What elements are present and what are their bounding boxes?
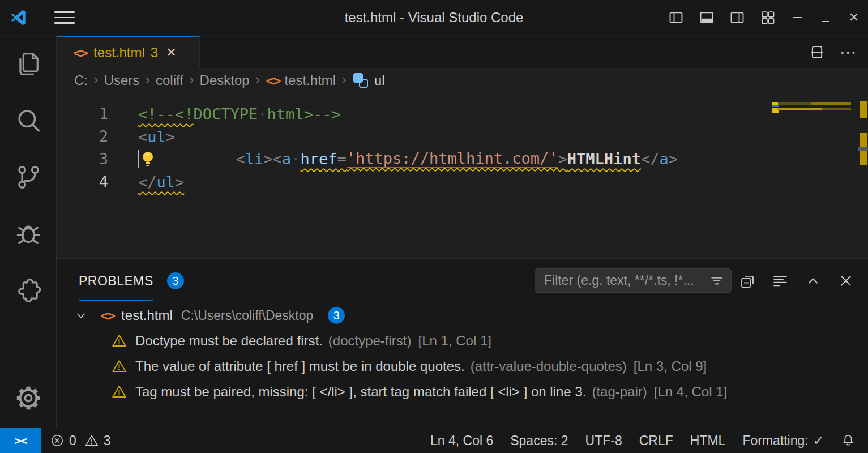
customize-layout-icon[interactable] — [752, 0, 783, 35]
problems-count-badge: 3 — [167, 272, 184, 289]
status-eol[interactable]: CRLF — [639, 433, 673, 448]
problem-location: [Ln 3, Col 9] — [634, 358, 707, 374]
view-as-list-icon[interactable] — [772, 272, 789, 289]
problem-location: [Ln 1, Col 1] — [418, 333, 491, 349]
problem-source: (tag-pair) — [592, 384, 647, 400]
problem-location: [Ln 4, Col 1] — [654, 384, 727, 400]
problems-filter-box[interactable] — [535, 268, 732, 293]
line-number: 3 — [57, 151, 108, 168]
error-count: 0 — [69, 433, 76, 448]
close-panel-icon[interactable] — [837, 272, 854, 289]
maximize-panel-icon[interactable] — [805, 272, 822, 289]
problems-file-row[interactable]: <> test.html C:\Users\coliff\Desktop 3 — [57, 303, 868, 328]
extensions-icon[interactable] — [0, 262, 57, 319]
problem-source: (doctype-first) — [328, 333, 412, 349]
breadcrumb: C: › Users › coliff › Desktop › <> test.… — [57, 68, 868, 93]
tab-strip: <> test.html 3 ✕ ⋯ — [57, 36, 868, 68]
link-underline: 'https://htmlhint.com/' — [347, 149, 558, 168]
warning-icon — [112, 333, 127, 348]
problems-panel: PROBLEMS 3 — [57, 258, 868, 428]
remote-indicator[interactable]: >< — [0, 428, 41, 453]
breadcrumb-separator: › — [255, 71, 260, 88]
tab-close-icon[interactable]: ✕ — [166, 45, 176, 60]
maximize-button[interactable] — [811, 0, 840, 35]
search-icon[interactable] — [0, 92, 57, 149]
html-file-icon: <> — [100, 309, 114, 323]
status-encoding[interactable]: UTF-8 — [585, 433, 622, 448]
overview-ruler[interactable] — [858, 93, 868, 258]
problems-summary[interactable]: 0 3 — [50, 433, 111, 448]
breadcrumb-separator: › — [93, 71, 99, 88]
problems-file-name: test.html — [121, 307, 173, 323]
breadcrumb-drive[interactable]: C: — [74, 72, 88, 88]
breadcrumb-separator: › — [341, 71, 347, 88]
problem-row-1[interactable]: Doctype must be declared first. (doctype… — [57, 328, 868, 353]
line-number: 1 — [57, 105, 108, 122]
line-number: 2 — [57, 128, 108, 145]
title-bar: test.html - Visual Studio Code ✕ — [0, 0, 868, 35]
problem-message: Tag must be paired, missing: [ </li> ], … — [135, 384, 586, 400]
problem-row-3[interactable]: Tag must be paired, missing: [ </li> ], … — [57, 379, 868, 404]
symbol-ul-icon — [353, 73, 368, 88]
check-icon: ✓ — [813, 433, 824, 448]
tab-problem-count: 3 — [151, 45, 158, 61]
filter-icon[interactable] — [709, 273, 724, 288]
problem-message: Doctype must be declared first. — [135, 333, 323, 349]
collapse-all-icon[interactable] — [739, 272, 756, 289]
breadcrumb-symbol[interactable]: ul — [374, 72, 385, 88]
status-formatting[interactable]: Formatting: ✓ — [742, 433, 824, 448]
minimize-button[interactable] — [783, 0, 811, 35]
error-circle-icon — [50, 433, 65, 448]
close-window-button[interactable]: ✕ — [840, 0, 868, 35]
file-problem-count-badge: 3 — [328, 307, 345, 324]
status-bar: >< 0 3 Ln 4, Col 6 Spaces: 2 UTF-8 CRLF … — [0, 428, 868, 453]
status-line-col[interactable]: Ln 4, Col 6 — [430, 433, 493, 448]
code-line-3: 3 <li><a·href='https://htmlhint.com/'>HT… — [57, 148, 868, 170]
line-number-active: 4 — [57, 173, 108, 190]
explorer-icon[interactable] — [0, 36, 57, 92]
run-and-debug-icon[interactable] — [0, 206, 57, 262]
menu-icon[interactable] — [54, 11, 75, 24]
warning-triangle-icon — [84, 433, 99, 448]
status-language[interactable]: HTML — [690, 433, 726, 448]
settings-gear-icon[interactable] — [0, 370, 57, 426]
warning-icon — [112, 358, 127, 374]
warning-icon — [112, 384, 127, 399]
breadcrumb-file[interactable]: test.html — [284, 72, 336, 88]
breadcrumb-desktop[interactable]: Desktop — [200, 72, 250, 88]
tab-label: test.html — [93, 45, 145, 61]
breadcrumb-users[interactable]: Users — [104, 72, 140, 88]
breadcrumb-separator: › — [189, 71, 194, 88]
toggle-primary-sidebar-icon[interactable] — [661, 0, 691, 35]
html-file-icon: <> — [266, 74, 279, 88]
problems-filter-input[interactable] — [543, 272, 709, 289]
minimap[interactable] — [772, 102, 851, 113]
vscode-logo-icon — [10, 9, 27, 26]
problems-tab-label: PROBLEMS — [79, 261, 153, 301]
toggle-panel-icon[interactable] — [691, 0, 722, 35]
activity-bar — [0, 36, 57, 428]
bell-icon[interactable] — [841, 433, 856, 448]
editor-area: <> test.html 3 ✕ ⋯ C: › Users › coliff ›… — [57, 36, 868, 428]
breadcrumb-separator: › — [145, 71, 150, 88]
code-editor[interactable]: 1 <!--<!DOCTYPE·html>--> 2 <ul> 3 — [57, 93, 868, 258]
problem-row-2[interactable]: The value of attribute [ href ] must be … — [57, 353, 868, 379]
text-cursor — [138, 150, 139, 168]
split-editor-icon[interactable] — [809, 44, 825, 60]
breadcrumb-coliff[interactable]: coliff — [156, 72, 183, 88]
warning-count: 3 — [104, 433, 111, 448]
html-file-icon: <> — [73, 46, 87, 60]
tab-test-html[interactable]: <> test.html 3 ✕ — [57, 36, 200, 68]
more-actions-icon[interactable]: ⋯ — [840, 42, 858, 62]
toggle-secondary-sidebar-icon[interactable] — [722, 0, 752, 35]
status-indentation[interactable]: Spaces: 2 — [510, 433, 568, 448]
source-control-icon[interactable] — [0, 149, 57, 206]
chevron-down-icon[interactable] — [74, 309, 88, 322]
problems-file-path: C:\Users\coliff\Desktop — [181, 308, 313, 323]
tab-problems[interactable]: PROBLEMS 3 — [79, 259, 184, 303]
problem-message: The value of attribute [ href ] must be … — [135, 358, 465, 374]
problem-source: (attr-value-double-quotes) — [471, 358, 627, 374]
